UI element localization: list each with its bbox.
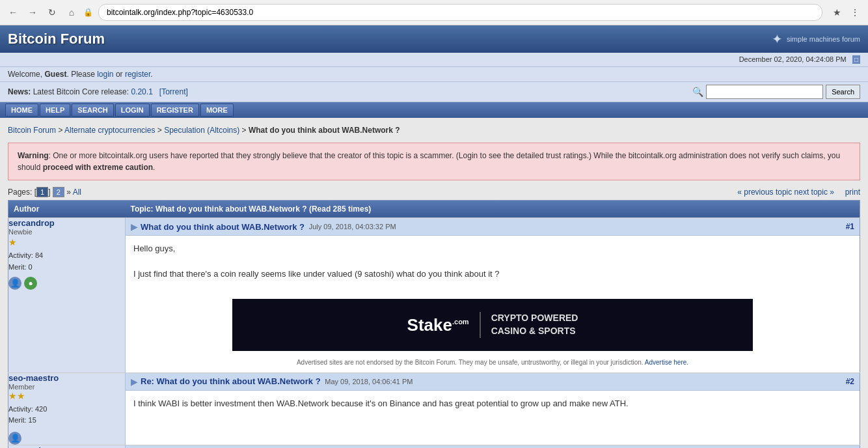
author-profile-icon[interactable]: 👤: [8, 432, 21, 445]
all-pages-link[interactable]: All: [73, 188, 81, 197]
topic-table: Author Topic: What do you think about WA…: [8, 200, 860, 448]
author-profile-icon[interactable]: 👤: [8, 277, 21, 290]
stake-tagline: CRYPTO POWERED CASINO & SPORTS: [491, 312, 578, 337]
breadcrumb: Bitcoin Forum > Alternate cryptocurrenci…: [8, 122, 860, 139]
forward-button[interactable]: →: [25, 5, 40, 20]
nav-home[interactable]: HOME: [5, 104, 38, 117]
post-body: I think WABI is better investment then W…: [126, 391, 860, 417]
nav-register[interactable]: REGISTER: [151, 104, 199, 117]
back-button[interactable]: ←: [5, 5, 21, 20]
news-label: News:: [8, 87, 31, 96]
datetime: December 02, 2020, 04:24:08 PM: [739, 55, 847, 63]
search-button[interactable]: Search: [826, 85, 860, 99]
author-stars: ★★: [8, 391, 125, 401]
register-link[interactable]: register: [125, 70, 150, 79]
next-topic-link[interactable]: next topic »: [794, 188, 834, 197]
prev-topic-link[interactable]: « previous topic: [737, 188, 792, 197]
caution-text: proceed with extreme caution: [43, 163, 153, 172]
forum-title: Bitcoin Forum: [8, 31, 105, 48]
author-header: Author: [8, 201, 126, 218]
author-name: seo-maestro: [8, 373, 125, 383]
bookmark-button[interactable]: ★: [829, 5, 845, 20]
topic-header: Author Topic: What do you think about WA…: [8, 201, 860, 218]
author-rank: Newbie: [8, 228, 125, 236]
author-trust-icon[interactable]: ●: [24, 277, 37, 290]
page-2-link[interactable]: 2: [53, 187, 64, 197]
breadcrumb-speculation[interactable]: Speculation (Altcoins): [164, 126, 239, 135]
post-number: #1: [846, 222, 854, 231]
search-input[interactable]: [706, 85, 823, 99]
stake-logo: Stake.com: [407, 315, 469, 335]
topic-header-text: Topic: What do you think about WAB.Netwo…: [126, 201, 860, 218]
nav-more[interactable]: MORE: [200, 104, 234, 117]
welcome-text: Welcome,: [8, 70, 44, 79]
address-bar[interactable]: [98, 4, 822, 21]
reload-button[interactable]: ↻: [44, 5, 60, 20]
guest-label: Guest: [44, 70, 66, 79]
prev-next-nav: « previous topic next topic » print: [737, 188, 860, 197]
print-link[interactable]: print: [845, 188, 860, 197]
post-icon: ▶: [131, 221, 138, 232]
post-title-link[interactable]: What do you think about WAB.Network ?: [141, 222, 305, 232]
nav-search[interactable]: SEARCH: [72, 104, 113, 117]
nav-menu: HOME HELP SEARCH LOGIN REGISTER MORE: [0, 102, 868, 118]
shrink-button[interactable]: □: [852, 55, 860, 64]
breadcrumb-current: What do you think about WAB.Network ?: [249, 126, 400, 135]
pagination: Pages: [1] 2 » All: [8, 187, 81, 197]
author-activity: Activity: 84 Merit: 0: [8, 250, 125, 273]
author-name: sercandrop: [8, 445, 125, 448]
breadcrumb-altcoins[interactable]: Alternate cryptocurrencies: [64, 126, 155, 135]
table-row: sercandrop Newbie ★ Activity: 84 Merit: …: [8, 218, 860, 373]
post-body: Hello guys, I just find that there's a c…: [126, 236, 860, 287]
login-link[interactable]: login: [97, 70, 113, 79]
post-date: May 09, 2018, 04:06:41 PM: [325, 378, 413, 385]
ad-banner[interactable]: Stake.com CRYPTO POWERED CASINO & SPORTS: [232, 299, 753, 351]
version-link[interactable]: 0.20.1: [131, 87, 152, 96]
extensions-button[interactable]: ⋮: [847, 5, 863, 20]
warning-label: Warning: [18, 151, 49, 160]
post-icon: ▶: [131, 376, 138, 387]
author-activity: Activity: 420 Merit: 15: [8, 404, 125, 427]
stake-divider: [480, 312, 481, 338]
post-title-link[interactable]: Re: What do you think about WAB.Network …: [141, 376, 321, 386]
table-row: seo-maestro Member ★★ Activity: 420 Meri…: [8, 372, 860, 445]
table-row: sercandrop Newbie ★ ▶ Re: What do you th…: [8, 445, 860, 448]
author-stars: ★: [8, 237, 125, 247]
breadcrumb-home[interactable]: Bitcoin Forum: [8, 126, 56, 135]
ad-disclaimer: Advertised sites are not endorsed by the…: [133, 357, 852, 370]
post-date: July 09, 2018, 04:03:32 PM: [309, 223, 396, 231]
torrent-link[interactable]: [Torrent]: [159, 87, 188, 96]
author-name: sercandrop: [8, 218, 125, 228]
smf-logo: ✦ simple machines forum: [772, 31, 860, 47]
page-1-link[interactable]: 1: [36, 187, 48, 197]
nav-help[interactable]: HELP: [40, 104, 70, 117]
warning-box: Warning: One or more bitcointalk.org use…: [8, 143, 860, 180]
nav-login[interactable]: LOGIN: [115, 104, 150, 117]
post-number: #2: [846, 377, 854, 386]
advertise-link[interactable]: Advertise here.: [645, 359, 688, 366]
author-rank: Member: [8, 383, 125, 391]
home-button[interactable]: ⌂: [64, 5, 79, 20]
smf-icon: ✦: [772, 31, 783, 47]
search-glass-icon: 🔍: [692, 87, 703, 97]
